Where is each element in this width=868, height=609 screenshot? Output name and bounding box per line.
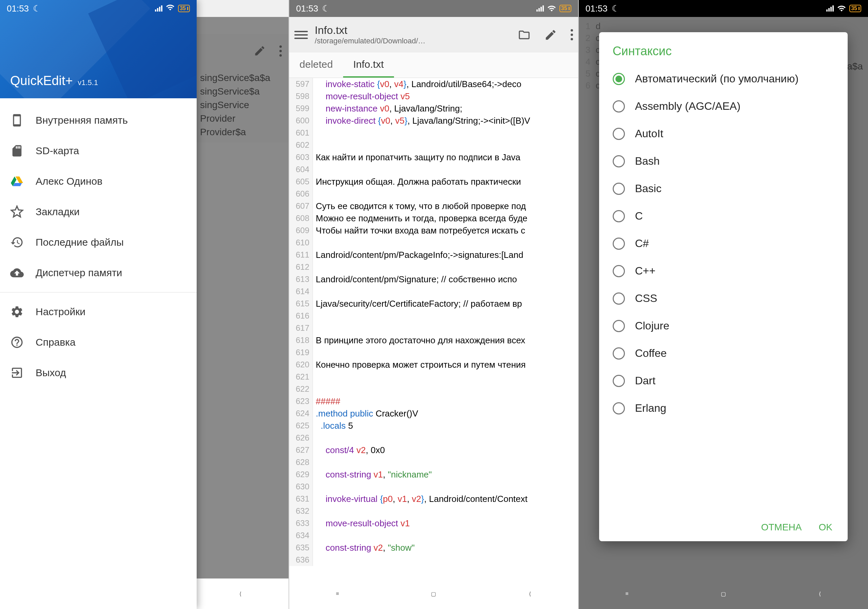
code-line[interactable]: 620Конечно проверка может строиться и пу… [289, 359, 578, 371]
code-line[interactable]: 628 [289, 456, 578, 468]
syntax-option[interactable]: Bash [599, 147, 848, 175]
line-content[interactable]: const-string v2, "show" [313, 541, 578, 554]
drawer-item-exit[interactable]: Выход [0, 357, 197, 388]
tab-info[interactable]: Info.txt [343, 53, 394, 77]
line-content[interactable]: invoke-static {v0, v4}, Landroid/util/Ba… [313, 78, 578, 90]
code-editor[interactable]: 597 invoke-static {v0, v4}, Landroid/uti… [289, 78, 578, 566]
drawer-item-settings[interactable]: Настройки [0, 297, 197, 327]
line-content[interactable]: ##### [313, 395, 578, 407]
code-line[interactable]: 601 [289, 127, 578, 139]
line-content[interactable] [313, 554, 578, 566]
syntax-option[interactable]: Basic [599, 175, 848, 202]
syntax-option[interactable]: Автоматический (по умолчанию) [599, 65, 848, 93]
recent-apps-icon[interactable]: ≡ [621, 587, 633, 600]
line-content[interactable]: const-string v1, "nickname" [313, 468, 578, 481]
line-content[interactable] [313, 261, 578, 273]
line-content[interactable]: Инструкция общая. Должна работать практи… [313, 176, 578, 188]
line-content[interactable] [313, 505, 578, 517]
line-content[interactable]: .locals 5 [313, 420, 578, 432]
back-icon[interactable]: ⟨ [524, 587, 536, 600]
edit-icon[interactable] [544, 28, 557, 41]
syntax-option[interactable]: CSS [599, 285, 848, 312]
drawer-item-recent[interactable]: Последние файлы [0, 227, 197, 258]
code-line[interactable]: 606 [289, 188, 578, 200]
line-content[interactable]: Суть ее сводится к тому, что в любой про… [313, 200, 578, 212]
code-line[interactable]: 600 invoke-direct {v0, v5}, Ljava/lang/S… [289, 114, 578, 127]
syntax-option[interactable]: Coffee [599, 340, 848, 367]
syntax-option[interactable]: AutoIt [599, 120, 848, 147]
line-content[interactable]: Можно ее подменить и тогда, проверка все… [313, 212, 578, 224]
ok-button[interactable]: OK [818, 522, 832, 533]
syntax-option[interactable]: Dart [599, 367, 848, 394]
line-content[interactable]: new-instance v0, Ljava/lang/String; [313, 102, 578, 114]
line-content[interactable]: Landroid/content/pm/Signature; // собств… [313, 273, 578, 285]
line-content[interactable] [313, 481, 578, 493]
line-content[interactable]: Чтобы найти точки входа вам потребуется … [313, 224, 578, 236]
line-content[interactable] [313, 529, 578, 541]
code-line[interactable]: 621 [289, 371, 578, 383]
line-content[interactable]: Ljava/security/cert/CertificateFactory; … [313, 298, 578, 310]
line-content[interactable] [313, 346, 578, 359]
code-line[interactable]: 618В принципе этого достаточно для нахож… [289, 334, 578, 346]
syntax-option[interactable]: Erlang [599, 394, 848, 422]
code-line[interactable]: 603Как найти и пропатчить защиту по подп… [289, 151, 578, 163]
line-content[interactable] [313, 139, 578, 151]
code-line[interactable]: 622 [289, 383, 578, 395]
code-line[interactable]: 616 [289, 310, 578, 322]
line-content[interactable]: .method public Cracker()V [313, 407, 578, 420]
line-content[interactable] [313, 432, 578, 444]
drawer-item-storage-manager[interactable]: Диспетчер памяти [0, 258, 197, 288]
code-line[interactable]: 619 [289, 346, 578, 359]
code-line[interactable]: 635 const-string v2, "show" [289, 541, 578, 554]
line-content[interactable]: invoke-virtual {p0, v1, v2}, Landroid/co… [313, 493, 578, 505]
line-content[interactable] [313, 383, 578, 395]
code-line[interactable]: 627 const/4 v2, 0x0 [289, 444, 578, 456]
code-line[interactable]: 602 [289, 139, 578, 151]
line-content[interactable] [313, 322, 578, 334]
recent-apps-icon[interactable]: ≡ [331, 587, 344, 600]
drawer-item-help[interactable]: Справка [0, 327, 197, 357]
line-content[interactable]: move-result-object v1 [313, 517, 578, 529]
line-content[interactable]: Как найти и пропатчить защиту по подписи… [313, 151, 578, 163]
drawer-item-google-drive[interactable]: Алекс Одинов [0, 166, 197, 196]
home-icon[interactable]: ▢ [428, 587, 440, 600]
code-line[interactable]: 604 [289, 163, 578, 176]
code-line[interactable]: 636 [289, 554, 578, 566]
code-line[interactable]: 615Ljava/security/cert/CertificateFactor… [289, 298, 578, 310]
code-line[interactable]: 617 [289, 322, 578, 334]
code-line[interactable]: 624.method public Cracker()V [289, 407, 578, 420]
syntax-option[interactable]: Assembly (AGC/AEA) [599, 93, 848, 120]
syntax-option[interactable]: C# [599, 230, 848, 257]
menu-icon[interactable] [294, 30, 308, 40]
code-line[interactable]: 609Чтобы найти точки входа вам потребует… [289, 224, 578, 236]
drawer-item-sd-card[interactable]: SD-карта [0, 136, 197, 166]
cancel-button[interactable]: ОТМЕНА [761, 522, 802, 533]
syntax-option[interactable]: C++ [599, 257, 848, 285]
line-content[interactable] [313, 371, 578, 383]
code-line[interactable]: 599 new-instance v0, Ljava/lang/String; [289, 102, 578, 114]
line-content[interactable] [313, 310, 578, 322]
code-line[interactable]: 631 invoke-virtual {p0, v1, v2}, Landroi… [289, 493, 578, 505]
code-line[interactable]: 629 const-string v1, "nickname" [289, 468, 578, 481]
drawer-item-bookmarks[interactable]: Закладки [0, 196, 197, 227]
code-line[interactable]: 626 [289, 432, 578, 444]
code-line[interactable]: 614 [289, 285, 578, 298]
line-content[interactable]: const/4 v2, 0x0 [313, 444, 578, 456]
code-line[interactable]: 623##### [289, 395, 578, 407]
home-icon[interactable]: ▢ [717, 587, 729, 600]
tab-deleted[interactable]: deleted [289, 53, 343, 77]
code-line[interactable]: 598 move-result-object v5 [289, 90, 578, 102]
line-content[interactable] [313, 236, 578, 249]
code-line[interactable]: 632 [289, 505, 578, 517]
syntax-option[interactable]: Clojure [599, 312, 848, 340]
line-content[interactable]: Конечно проверка может строиться и путем… [313, 359, 578, 371]
back-icon[interactable]: ⟨ [234, 587, 246, 600]
code-line[interactable]: 625 .locals 5 [289, 420, 578, 432]
folder-open-icon[interactable] [518, 28, 531, 41]
line-content[interactable] [313, 188, 578, 200]
syntax-option[interactable]: C [599, 202, 848, 230]
code-line[interactable]: 607Суть ее сводится к тому, что в любой … [289, 200, 578, 212]
code-line[interactable]: 613Landroid/content/pm/Signature; // соб… [289, 273, 578, 285]
line-content[interactable] [313, 163, 578, 176]
line-content[interactable]: move-result-object v5 [313, 90, 578, 102]
